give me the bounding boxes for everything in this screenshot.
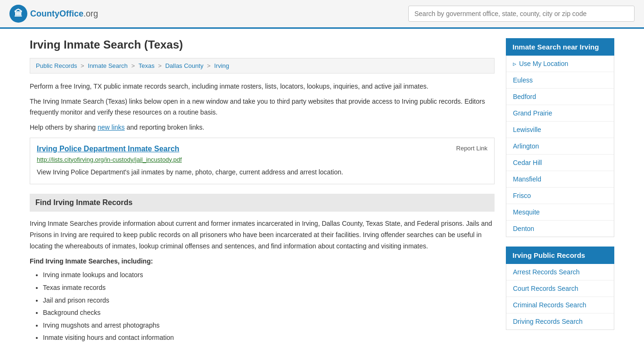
breadcrumb-irving[interactable]: Irving — [214, 62, 229, 69]
sidebar-link-mesquite[interactable]: Mesquite — [506, 204, 614, 221]
breadcrumb-sep2: > — [131, 62, 136, 69]
main-content: Irving Inmate Search (Texas) Public Reco… — [30, 38, 495, 344]
logo-icon: 🏛 — [9, 5, 27, 23]
sidebar-inmate-title: Inmate Search near Irving — [506, 38, 614, 56]
sidebar-records-title: Irving Public Records — [506, 247, 614, 264]
use-location-label: Use My Location — [519, 60, 568, 67]
description-3-prefix: Help others by sharing — [30, 123, 98, 131]
breadcrumb-dallas-county[interactable]: Dallas County — [165, 62, 203, 69]
use-my-location-link[interactable]: ▹ Use My Location — [506, 56, 614, 72]
logo-tld: .org — [83, 9, 98, 18]
link-card-desc: View Irving Police Department's jail inm… — [37, 167, 487, 177]
sidebar-link-lewisville[interactable]: Lewisville — [506, 122, 614, 138]
link-card-url[interactable]: http://lists.cityofirving.org/in-custody… — [37, 156, 487, 163]
description-2: The Irving Inmate Search (Texas) links b… — [30, 96, 495, 117]
sidebar-link-bedford[interactable]: Bedford — [506, 89, 614, 105]
sidebar-link-frisco[interactable]: Frisco — [506, 188, 614, 204]
sidebar-link-denton[interactable]: Denton — [506, 221, 614, 237]
sidebar-link-criminal[interactable]: Criminal Records Search — [506, 297, 614, 313]
find-subsection-title: Find Irving Inmate Searches, including: — [30, 257, 495, 265]
sidebar: Inmate Search near Irving ▹ Use My Locat… — [506, 38, 614, 344]
new-links-link[interactable]: new links — [98, 123, 125, 131]
find-section-body: Irving Inmate Searches provide informati… — [30, 218, 495, 252]
report-link-button[interactable]: Report Link — [456, 145, 487, 152]
link-card: Irving Police Department Inmate Search R… — [30, 138, 495, 184]
description-1: Perform a free Irving, TX public inmate … — [30, 81, 495, 91]
logo-name: CountyOffice — [30, 9, 83, 18]
logo-text: CountyOffice.org — [30, 9, 98, 19]
search-input[interactable] — [408, 6, 635, 22]
sidebar-link-arlington[interactable]: Arlington — [506, 138, 614, 155]
sidebar-link-mansfield[interactable]: Mansfield — [506, 171, 614, 188]
breadcrumb: Public Records > Inmate Search > Texas >… — [30, 58, 495, 74]
link-card-header: Irving Police Department Inmate Search R… — [37, 145, 487, 153]
main-wrapper: Irving Inmate Search (Texas) Public Reco… — [20, 29, 624, 354]
breadcrumb-inmate-search[interactable]: Inmate Search — [88, 62, 128, 69]
list-item: Inmate visiting hours and contact inform… — [43, 331, 495, 344]
breadcrumb-public-records[interactable]: Public Records — [36, 62, 77, 69]
sidebar-records-section: Irving Public Records Arrest Records Sea… — [506, 247, 614, 330]
sidebar-link-euless[interactable]: Euless — [506, 72, 614, 89]
page-title: Irving Inmate Search (Texas) — [30, 38, 495, 51]
list-item: Irving inmate lookups and locators — [43, 269, 495, 281]
logo-area[interactable]: 🏛 CountyOffice.org — [9, 5, 98, 23]
find-section-heading: Find Irving Inmate Records — [30, 194, 495, 212]
sidebar-link-arrest[interactable]: Arrest Records Search — [506, 264, 614, 280]
breadcrumb-sep3: > — [158, 62, 163, 69]
bullet-list: Irving inmate lookups and locators Texas… — [30, 269, 495, 344]
description-3-suffix: and reporting broken links. — [125, 123, 205, 131]
sidebar-link-cedar-hill[interactable]: Cedar Hill — [506, 155, 614, 171]
link-card-title[interactable]: Irving Police Department Inmate Search — [37, 145, 179, 153]
sidebar-link-court[interactable]: Court Records Search — [506, 280, 614, 297]
site-header: 🏛 CountyOffice.org — [0, 0, 644, 29]
breadcrumb-sep1: > — [81, 62, 86, 69]
list-item: Background checks — [43, 306, 495, 319]
list-item: Texas inmate records — [43, 281, 495, 294]
sidebar-link-grand-prairie[interactable]: Grand Prairie — [506, 105, 614, 122]
list-item: Irving mugshots and arrest photographs — [43, 319, 495, 332]
sidebar-inmate-section: Inmate Search near Irving ▹ Use My Locat… — [506, 38, 614, 237]
description-3: Help others by sharing new links and rep… — [30, 122, 495, 132]
find-section: Find Irving Inmate Records Irving Inmate… — [30, 194, 495, 344]
list-item: Jail and prison records — [43, 294, 495, 307]
sidebar-records-body: Arrest Records Search Court Records Sear… — [506, 264, 614, 330]
location-icon: ▹ — [513, 60, 516, 67]
breadcrumb-texas[interactable]: Texas — [139, 62, 155, 69]
breadcrumb-sep4: > — [207, 62, 212, 69]
sidebar-link-driving[interactable]: Driving Records Search — [506, 313, 614, 329]
sidebar-inmate-body: ▹ Use My Location Euless Bedford Grand P… — [506, 56, 614, 237]
